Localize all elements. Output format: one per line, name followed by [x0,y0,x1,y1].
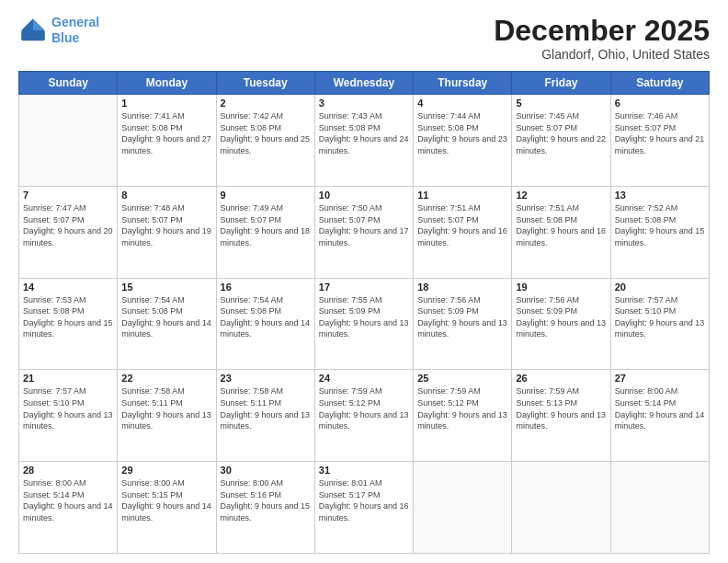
day-info: Sunrise: 7:58 AMSunset: 5:11 PMDaylight:… [121,385,211,431]
sunset-label: Sunset: 5:07 PM [221,215,282,224]
calendar-cell: 17Sunrise: 7:55 AMSunset: 5:09 PMDayligh… [314,278,413,370]
daylight-label: Daylight: 9 hours and 21 minutes. [615,134,705,155]
sunrise-label: Sunrise: 7:59 AM [319,386,382,396]
calendar-week-0: 1Sunrise: 7:41 AMSunset: 5:08 PMDaylight… [19,95,710,187]
sunset-label: Sunset: 5:07 PM [121,215,183,224]
daylight-label: Daylight: 9 hours and 14 minutes. [615,410,705,431]
sunset-label: Sunset: 5:07 PM [615,123,677,132]
sunrise-label: Sunrise: 7:56 AM [417,295,481,304]
daylight-label: Daylight: 9 hours and 13 minutes. [615,318,705,339]
daylight-label: Daylight: 9 hours and 14 minutes. [221,318,311,339]
sunset-label: Sunset: 5:13 PM [516,398,577,408]
daylight-label: Daylight: 9 hours and 14 minutes. [121,501,211,523]
calendar-cell: 11Sunrise: 7:51 AMSunset: 5:07 PMDayligh… [414,186,512,278]
sunrise-label: Sunrise: 7:54 AM [221,295,284,304]
main-title: December 2025 [494,15,710,47]
day-number: 17 [319,282,409,293]
day-number: 2 [221,98,311,109]
svg-marker-0 [33,18,45,30]
day-info: Sunrise: 7:49 AMSunset: 5:07 PMDaylight:… [221,202,311,248]
daylight-label: Daylight: 9 hours and 13 minutes. [516,410,606,431]
day-info: Sunrise: 7:52 AMSunset: 5:08 PMDaylight:… [615,202,705,248]
day-number: 19 [516,282,606,293]
calendar-week-3: 21Sunrise: 7:57 AMSunset: 5:10 PMDayligh… [19,370,710,462]
calendar-cell [414,462,512,554]
calendar-cell [19,95,118,187]
day-info: Sunrise: 8:00 AMSunset: 5:14 PMDaylight:… [615,385,705,431]
sunset-label: Sunset: 5:08 PM [615,215,677,224]
sunset-label: Sunset: 5:09 PM [319,306,381,316]
logo: General Blue [18,15,99,46]
calendar-cell [512,462,610,554]
calendar-week-4: 28Sunrise: 8:00 AMSunset: 5:14 PMDayligh… [19,462,710,554]
calendar-cell: 4Sunrise: 7:44 AMSunset: 5:08 PMDaylight… [414,95,512,187]
day-number: 21 [23,373,113,384]
calendar-cell: 31Sunrise: 8:01 AMSunset: 5:17 PMDayligh… [314,462,413,554]
col-wednesday: Wednesday [314,72,413,95]
daylight-label: Daylight: 9 hours and 18 minutes. [221,226,311,247]
day-info: Sunrise: 7:44 AMSunset: 5:08 PMDaylight:… [417,110,507,156]
calendar-cell: 15Sunrise: 7:54 AMSunset: 5:08 PMDayligh… [118,278,216,370]
calendar-cell: 18Sunrise: 7:56 AMSunset: 5:09 PMDayligh… [414,278,512,370]
day-info: Sunrise: 7:57 AMSunset: 5:10 PMDaylight:… [23,385,113,431]
calendar-cell: 6Sunrise: 7:46 AMSunset: 5:07 PMDaylight… [610,95,709,187]
sunset-label: Sunset: 5:16 PM [221,490,282,500]
day-info: Sunrise: 7:54 AMSunset: 5:08 PMDaylight:… [221,294,311,340]
day-info: Sunrise: 8:00 AMSunset: 5:14 PMDaylight:… [23,477,113,523]
day-number: 1 [121,98,211,109]
calendar-header-row: Sunday Monday Tuesday Wednesday Thursday… [19,72,710,95]
sunrise-label: Sunrise: 7:58 AM [121,386,185,396]
daylight-label: Daylight: 9 hours and 15 minutes. [23,318,113,339]
day-number: 16 [221,282,311,293]
title-block: December 2025 Glandorf, Ohio, United Sta… [494,15,710,62]
day-info: Sunrise: 7:56 AMSunset: 5:09 PMDaylight:… [417,294,507,340]
sunset-label: Sunset: 5:17 PM [319,490,381,500]
col-tuesday: Tuesday [216,72,314,95]
day-number: 23 [221,373,311,384]
day-info: Sunrise: 7:53 AMSunset: 5:08 PMDaylight:… [23,294,113,340]
sunrise-label: Sunrise: 7:43 AM [319,111,382,121]
sunrise-label: Sunrise: 8:01 AM [319,478,382,488]
sunset-label: Sunset: 5:09 PM [516,306,577,316]
daylight-label: Daylight: 9 hours and 24 minutes. [319,134,409,155]
sunrise-label: Sunrise: 7:51 AM [516,203,579,213]
sunrise-label: Sunrise: 7:42 AM [221,111,284,121]
sunset-label: Sunset: 5:12 PM [319,398,381,408]
sunset-label: Sunset: 5:11 PM [121,398,183,408]
sunset-label: Sunset: 5:14 PM [615,398,677,408]
sunrise-label: Sunrise: 7:50 AM [319,203,382,213]
calendar-cell: 24Sunrise: 7:59 AMSunset: 5:12 PMDayligh… [314,370,413,462]
sunrise-label: Sunrise: 8:00 AM [615,386,678,396]
day-number: 13 [615,190,705,201]
day-number: 26 [516,373,606,384]
sunset-label: Sunset: 5:07 PM [417,215,479,224]
daylight-label: Daylight: 9 hours and 27 minutes. [121,134,211,155]
calendar-cell: 12Sunrise: 7:51 AMSunset: 5:08 PMDayligh… [512,186,610,278]
calendar-cell: 1Sunrise: 7:41 AMSunset: 5:08 PMDaylight… [118,95,216,187]
day-info: Sunrise: 7:59 AMSunset: 5:12 PMDaylight:… [417,385,507,431]
sunset-label: Sunset: 5:09 PM [417,306,479,316]
sunrise-label: Sunrise: 7:59 AM [516,386,579,396]
day-info: Sunrise: 7:45 AMSunset: 5:07 PMDaylight:… [516,110,606,156]
daylight-label: Daylight: 9 hours and 16 minutes. [516,226,606,247]
daylight-label: Daylight: 9 hours and 13 minutes. [417,410,507,431]
sunset-label: Sunset: 5:08 PM [417,123,479,132]
day-number: 9 [221,190,311,201]
day-info: Sunrise: 8:00 AMSunset: 5:16 PMDaylight:… [221,477,311,523]
day-info: Sunrise: 7:57 AMSunset: 5:10 PMDaylight:… [615,294,705,340]
day-info: Sunrise: 7:47 AMSunset: 5:07 PMDaylight:… [23,202,113,248]
day-number: 18 [417,282,507,293]
sunset-label: Sunset: 5:15 PM [121,490,183,500]
day-info: Sunrise: 7:51 AMSunset: 5:07 PMDaylight:… [417,202,507,248]
col-thursday: Thursday [414,72,512,95]
calendar-cell: 28Sunrise: 8:00 AMSunset: 5:14 PMDayligh… [19,462,118,554]
calendar-cell: 16Sunrise: 7:54 AMSunset: 5:08 PMDayligh… [216,278,314,370]
day-number: 4 [417,98,507,109]
day-info: Sunrise: 7:46 AMSunset: 5:07 PMDaylight:… [615,110,705,156]
daylight-label: Daylight: 9 hours and 13 minutes. [319,410,409,431]
calendar-cell: 8Sunrise: 7:48 AMSunset: 5:07 PMDaylight… [118,186,216,278]
day-info: Sunrise: 8:00 AMSunset: 5:15 PMDaylight:… [121,477,211,523]
sunset-label: Sunset: 5:08 PM [319,123,381,132]
calendar-cell: 2Sunrise: 7:42 AMSunset: 5:08 PMDaylight… [216,95,314,187]
sunrise-label: Sunrise: 7:56 AM [516,295,579,304]
